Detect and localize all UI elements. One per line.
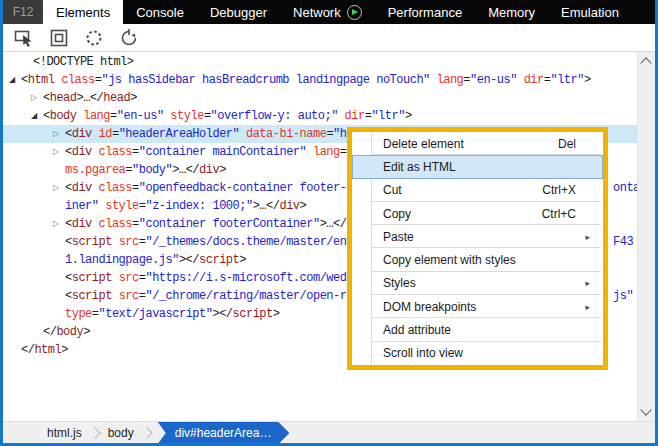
breadcrumb-item-body[interactable]: body <box>104 426 138 440</box>
expand-arrow-icon[interactable]: ▷ <box>53 215 59 233</box>
menu-item-add-attribute[interactable]: Add attribute <box>352 318 603 341</box>
context-menu-highlight-box: Delete elementDelEdit as HTMLCutCtrl+XCo… <box>347 127 608 370</box>
tab-label: Memory <box>488 5 535 20</box>
menu-item-shortcut: Ctrl+C <box>542 207 576 221</box>
tab-label: Debugger <box>210 5 267 20</box>
scroll-up-icon[interactable] <box>640 57 651 68</box>
dom-node-markup: <script src="https://i.s-microsoft.com/w… <box>65 269 346 287</box>
dom-tree-node[interactable]: ◢<html class="js hasSidebar hasBreadcrum… <box>3 71 638 89</box>
dom-node-markup: <!DOCTYPE html> <box>33 53 134 71</box>
dom-node-markup: <div class="container footerContainer">…… <box>65 215 373 233</box>
menu-item-label: Copy element with styles <box>383 253 516 267</box>
menu-item-copy[interactable]: CopyCtrl+C <box>352 202 603 225</box>
dom-node-markup: ms.pgarea="body">…</div> <box>65 161 226 179</box>
breadcrumb-item-html-js[interactable]: html.js <box>43 426 86 440</box>
menu-item-label: Copy <box>383 207 411 221</box>
element-highlighting-icon[interactable] <box>49 28 69 48</box>
menu-item-delete-element[interactable]: Delete elementDel <box>352 132 603 155</box>
expand-arrow-icon[interactable]: ▷ <box>53 125 59 143</box>
network-play-icon <box>347 5 362 20</box>
tab-emulation[interactable]: Emulation <box>548 0 632 24</box>
dom-tree-node[interactable]: <!DOCTYPE html> <box>3 53 638 71</box>
dom-node-markup: <html class="js hasSidebar hasBreadcrumb… <box>21 71 591 89</box>
dom-node-markup: <div class="container mainContainer" lan… <box>65 143 346 161</box>
menu-item-edit-as-html[interactable]: Edit as HTML <box>352 155 603 178</box>
select-element-icon[interactable] <box>14 28 34 48</box>
tab-strip: ElementsConsoleDebuggerNetworkPerformanc… <box>43 0 655 24</box>
menu-item-label: Styles <box>383 276 416 290</box>
menu-item-paste[interactable]: Paste▸ <box>352 225 603 248</box>
tab-debugger[interactable]: Debugger <box>197 0 280 24</box>
tab-label: Network <box>293 5 341 20</box>
dom-node-markup: <head>…</head> <box>43 89 137 107</box>
menu-item-label: Add attribute <box>383 323 451 337</box>
dom-node-markup-fragment: F43 <box>613 233 633 251</box>
scroll-down-icon[interactable] <box>640 404 651 415</box>
f12-logo: F12 <box>3 0 43 24</box>
tab-label: Emulation <box>561 5 619 20</box>
dom-node-markup-fragment: onta <box>613 179 640 197</box>
menu-item-shortcut: Ctrl+X <box>542 183 576 197</box>
menu-item-styles[interactable]: Styles▸ <box>352 272 603 295</box>
submenu-arrow-icon: ▸ <box>585 232 590 242</box>
collapse-arrow-icon[interactable]: ◢ <box>31 107 37 125</box>
menu-item-shortcut: Del <box>558 137 576 151</box>
tab-label: Elements <box>56 5 110 20</box>
tab-console[interactable]: Console <box>123 0 197 24</box>
dom-tree-node[interactable]: ◢<body lang="en-us" style="overflow-y: a… <box>3 107 638 125</box>
menu-item-label: Edit as HTML <box>383 160 456 174</box>
dom-node-markup: 1.landingpage.js"></script> <box>65 251 246 269</box>
dom-node-markup: type="text/javascript"></script> <box>65 305 279 323</box>
devtools-tab-bar: F12 ElementsConsoleDebuggerNetworkPerfor… <box>3 0 655 24</box>
menu-item-label: Scroll into view <box>383 346 463 360</box>
dom-node-markup: </body> <box>43 323 90 341</box>
dom-node-markup: <div id="headerAreaHolder" data-bi-name=… <box>65 125 353 143</box>
breadcrumb-chevron-icon <box>141 427 152 438</box>
dom-node-markup: <script src="/_themes/docs.theme/master/… <box>65 233 346 251</box>
menu-item-label: Paste <box>383 230 414 244</box>
f12-devtools-window: F12 ElementsConsoleDebuggerNetworkPerfor… <box>0 0 658 446</box>
tab-performance[interactable]: Performance <box>375 0 475 24</box>
context-menu: Delete elementDelEdit as HTMLCutCtrl+XCo… <box>352 132 603 365</box>
refresh-timer-icon[interactable] <box>119 28 139 48</box>
elements-toolbar <box>3 24 655 52</box>
breadcrumb: html.jsbodydiv#headerArea… <box>3 421 655 444</box>
dashed-circle-icon[interactable] <box>84 28 104 48</box>
dom-node-markup: </html> <box>21 341 68 359</box>
dom-node-markup: <div class="openfeedback-container foote… <box>65 179 353 197</box>
vertical-scrollbar[interactable] <box>637 52 655 421</box>
menu-item-cut[interactable]: CutCtrl+X <box>352 179 603 202</box>
tab-network[interactable]: Network <box>280 0 375 24</box>
dom-tree-node[interactable]: ▷<head>…</head> <box>3 89 638 107</box>
expand-arrow-icon[interactable]: ▷ <box>31 89 37 107</box>
tab-memory[interactable]: Memory <box>475 0 548 24</box>
menu-item-scroll-into-view[interactable]: Scroll into view <box>352 342 603 365</box>
dom-node-markup: iner" style="z-index: 1000;">…</div> <box>65 197 306 215</box>
expand-arrow-icon[interactable]: ▷ <box>53 143 59 161</box>
menu-item-label: DOM breakpoints <box>383 300 476 314</box>
tab-elements[interactable]: Elements <box>43 0 123 24</box>
breadcrumb-item-div-headerarea-[interactable]: div#headerArea… <box>158 422 290 444</box>
submenu-arrow-icon: ▸ <box>585 302 590 312</box>
expand-arrow-icon[interactable]: ▷ <box>53 179 59 197</box>
menu-item-label: Delete element <box>383 137 464 151</box>
collapse-arrow-icon[interactable]: ◢ <box>9 71 15 89</box>
breadcrumb-chevron-icon <box>89 427 100 438</box>
dom-node-markup: <script src="/_chrome/rating/master/open… <box>65 287 346 305</box>
tab-label: Console <box>136 5 184 20</box>
dom-node-markup: <body lang="en-us" style="overflow-y: au… <box>43 107 412 125</box>
menu-item-copy-element-with-styles[interactable]: Copy element with styles <box>352 248 603 271</box>
menu-item-label: Cut <box>383 183 402 197</box>
submenu-arrow-icon: ▸ <box>585 278 590 288</box>
tab-label: Performance <box>388 5 462 20</box>
menu-item-dom-breakpoints[interactable]: DOM breakpoints▸ <box>352 295 603 318</box>
dom-node-markup-fragment: js" <box>613 287 633 305</box>
